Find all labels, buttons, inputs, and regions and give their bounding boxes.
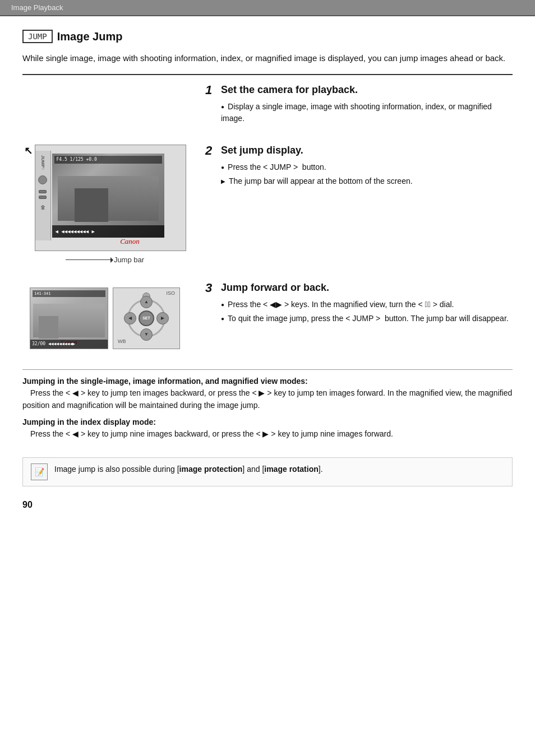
step-3-bullet-1: Press the < ◀▶ > keys. In the magnified … <box>221 299 513 310</box>
step-1-row: 1 Set the camera for playback. Display a… <box>22 75 513 136</box>
jump-bar-text: ◀ ◀◀◀◀◀◀◀◀◀ ▶ <box>56 229 95 234</box>
step-2-title: Set jump display. <box>221 145 303 157</box>
page-number: 90 <box>22 500 513 510</box>
note-mid: ] and [ <box>242 465 264 474</box>
step-1-number: 1 <box>205 84 218 96</box>
note-box-text: Image jump is also possible during [imag… <box>54 463 323 476</box>
note-prefix: Image jump is also possible during [ <box>54 465 179 474</box>
step-3-right: 3 Jump forward or back. Press the < ◀▶ >… <box>196 273 513 358</box>
dpad-up: ▲ <box>140 296 153 308</box>
note-suffix: ]. <box>319 465 323 474</box>
step-1-bullets: Display a single image, image with shoot… <box>221 101 513 124</box>
dpad: ▲ ▼ ◀ ▶ SET <box>124 296 169 341</box>
step-2-left: ↖ JUMP↑ 🗑 <box>22 136 196 273</box>
step-1-bullet-1: Display a single image, image with shoot… <box>221 101 513 124</box>
single-image-note-title: Jumping in the single-image, image infor… <box>22 377 308 386</box>
page-header: Image Playback <box>0 0 535 16</box>
main-title: Image Jump <box>57 30 123 43</box>
camera-screen-1: F4.5 1/125 +0.0 ◀ ◀◀◀◀◀◀◀◀◀ ▶ <box>52 154 164 238</box>
step-3-number: 3 <box>205 282 218 294</box>
step-1-left <box>22 75 196 136</box>
cam2-controls: ISO ▲ ▼ ◀ ▶ SET <box>113 287 180 349</box>
jump-badge: JUMP <box>22 30 53 43</box>
wb-label: WB <box>118 338 126 344</box>
cam2-screen: 141-341 Canon 32/00 ◀◀◀◀◀◀◀◀◀▶ <box>30 287 108 349</box>
dpad-down: ▼ <box>140 328 153 341</box>
camera-btn-1 <box>38 175 47 184</box>
camera-body-left: JUMP↑ 🗑 <box>35 151 51 240</box>
dpad-center: SET <box>139 310 154 326</box>
step-2-row: ↖ JUMP↑ 🗑 <box>22 136 513 273</box>
intro-text: While single image, image with shooting … <box>22 52 513 65</box>
jump-bar-label: Jump bar <box>114 256 144 264</box>
pencil-icon: 📝 <box>35 467 44 476</box>
camera-image-2: 141-341 Canon 32/00 ◀◀◀◀◀◀◀◀◀▶ ISO <box>30 287 180 349</box>
note-bold-1: image protection <box>179 465 243 474</box>
cam2-info-text: 32/00 ◀◀◀◀◀◀◀◀◀▶ <box>32 341 75 346</box>
step-2-right: 2 Set jump display. Press the < JUMP > b… <box>196 136 513 273</box>
dpad-right: ▶ <box>156 312 169 324</box>
single-image-note: Jumping in the single-image, image infor… <box>22 375 513 412</box>
index-note: Jumping in the index display mode: Press… <box>22 416 513 440</box>
single-image-note-text: Press the < ◀ > key to jump ten images b… <box>22 388 512 410</box>
dpad-left: ◀ <box>124 312 136 324</box>
page-content: JUMP Image Jump While single image, imag… <box>0 16 535 532</box>
note-icon: 📝 <box>31 463 48 480</box>
step-1-title-row: 1 Set the camera for playback. <box>205 84 513 96</box>
step-3-title-row: 3 Jump forward or back. <box>205 282 513 294</box>
step-3-bullets: Press the < ◀▶ > keys. In the magnified … <box>221 299 513 324</box>
notes-section: Jumping in the single-image, image infor… <box>22 369 513 440</box>
iso-label: ISO <box>166 290 175 296</box>
step-1-title: Set the camera for playback. <box>221 84 358 96</box>
camera-image-1: JUMP↑ 🗑 <box>35 145 186 251</box>
note-box: 📝 Image jump is also possible during [im… <box>22 457 513 486</box>
step-3-left: 141-341 Canon 32/00 ◀◀◀◀◀◀◀◀◀▶ ISO <box>22 273 196 358</box>
canon-logo-1: Canon <box>80 237 180 246</box>
section-title-block: JUMP Image Jump <box>22 30 513 43</box>
note-bold-2: image rotation <box>264 465 318 474</box>
step-2-title-row: 2 Set jump display. <box>205 145 513 157</box>
step-3-bullet-2: To quit the image jump, press the < JUMP… <box>221 313 513 324</box>
index-note-text: Press the < ◀ > key to jump nine images … <box>30 429 393 438</box>
step-3-row: 141-341 Canon 32/00 ◀◀◀◀◀◀◀◀◀▶ ISO <box>22 273 513 358</box>
set-label: SET <box>142 316 150 320</box>
step-3-title: Jump forward or back. <box>221 282 329 294</box>
cam2-info-bar: 32/00 ◀◀◀◀◀◀◀◀◀▶ <box>30 340 108 349</box>
header-label: Image Playback <box>11 3 63 12</box>
step-1-right: 1 Set the camera for playback. Display a… <box>196 75 513 136</box>
step-2-bullet-1: Press the < JUMP > button. <box>221 161 513 173</box>
step-2-bullet-2: The jump bar will appear at the bottom o… <box>221 175 513 187</box>
steps-area: 1 Set the camera for playback. Display a… <box>22 75 513 358</box>
index-note-title: Jumping in the index display mode: <box>22 418 156 426</box>
step-2-number: 2 <box>205 145 218 157</box>
step-2-bullets: Press the < JUMP > button. The jump bar … <box>221 161 513 187</box>
